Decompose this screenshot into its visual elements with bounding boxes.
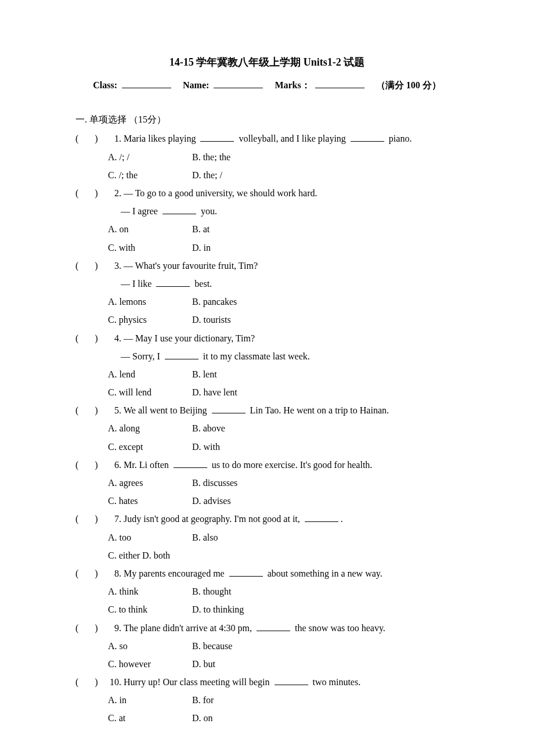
choice-b: B. also xyxy=(192,528,459,546)
blank[interactable] xyxy=(229,567,263,577)
answer-paren[interactable]: ( ) xyxy=(75,257,108,275)
choice-a: A. lemons xyxy=(108,293,192,311)
choice-d: D. but xyxy=(192,655,459,673)
blank[interactable] xyxy=(156,278,190,287)
answer-paren[interactable]: ( ) xyxy=(75,564,108,582)
class-blank[interactable] xyxy=(122,79,171,88)
choice-d: D. advises xyxy=(192,492,459,510)
choice-a: A. agrees xyxy=(108,474,192,492)
question-8: ( ) 8.My parents encouraged me about som… xyxy=(75,564,459,619)
question-text: 3.— What's your favourite fruit, Tim? xyxy=(108,257,459,275)
page-title: 14-15 学年冀教八年级上学期 Units1-2 试题 xyxy=(75,52,459,73)
choice-c: C. physics xyxy=(108,311,192,329)
question-text: 4.— May I use your dictionary, Tim? xyxy=(108,329,459,347)
question-text: 6.Mr. Li often us to do more exercise. I… xyxy=(108,456,459,474)
full-marks: （满分 100 分） xyxy=(376,80,441,90)
choice-d: D. the; / xyxy=(192,166,459,184)
answer-paren[interactable]: ( ) xyxy=(75,619,108,637)
choice-b: B. lent xyxy=(192,365,459,383)
question-text: 10.Hurry up! Our class meeting will begi… xyxy=(108,673,459,691)
question-text: 5.We all went to Beijing Lin Tao. He wen… xyxy=(108,401,459,419)
choice-a: A. in xyxy=(108,691,192,709)
marks-blank[interactable] xyxy=(315,79,365,88)
choice-a: A. lend xyxy=(108,365,192,383)
blank[interactable] xyxy=(305,513,338,522)
choice-d: D. in xyxy=(192,239,459,257)
choice-c: C. with xyxy=(108,239,192,257)
choice-a: A. along xyxy=(108,419,192,437)
choice-c: C. except xyxy=(108,438,192,456)
question-text: 2.— To go to a good university, we shoul… xyxy=(108,184,459,202)
choice-cd: C. either D. both xyxy=(108,546,459,564)
question-10: ( ) 10.Hurry up! Our class meeting will … xyxy=(75,673,459,728)
question-followup: — I like best. xyxy=(108,275,459,293)
answer-paren[interactable]: ( ) xyxy=(75,329,108,347)
info-line: Class: Name: Marks： （满分 100 分） xyxy=(75,76,459,94)
blank[interactable] xyxy=(174,459,207,468)
question-text: 7.Judy isn't good at geography. I'm not … xyxy=(108,510,459,528)
question-text: 9.The plane didn't arrive at 4:30 pm, th… xyxy=(108,619,459,637)
choice-b: B. the; the xyxy=(192,148,459,166)
answer-paren[interactable]: ( ) xyxy=(75,510,108,528)
question-followup: — Sorry, I it to my classmate last week. xyxy=(108,347,459,365)
choice-b: B. for xyxy=(192,691,459,709)
question-1: ( ) 1.Maria likes playing volleyball, an… xyxy=(75,129,459,184)
blank[interactable] xyxy=(275,676,308,685)
choice-d: D. tourists xyxy=(192,311,459,329)
choice-b: B. pancakes xyxy=(192,293,459,311)
choice-a: A. /; / xyxy=(108,148,192,166)
answer-paren[interactable]: ( ) xyxy=(75,673,108,691)
name-blank[interactable] xyxy=(214,79,263,88)
choice-c: C. however xyxy=(108,655,192,673)
question-4: ( ) 4.— May I use your dictionary, Tim? … xyxy=(75,329,459,402)
choice-a: A. on xyxy=(108,220,192,238)
question-2: ( ) 2.— To go to a good university, we s… xyxy=(75,184,459,257)
class-label: Class: xyxy=(93,80,117,90)
question-text: 1.Maria likes playing volleyball, and I … xyxy=(108,129,459,147)
choice-c: C. at xyxy=(108,709,192,727)
answer-paren[interactable]: ( ) xyxy=(75,456,108,474)
blank[interactable] xyxy=(351,132,384,142)
question-5: ( ) 5.We all went to Beijing Lin Tao. He… xyxy=(75,401,459,456)
choice-b: B. at xyxy=(192,220,459,238)
marks-label: Marks： xyxy=(275,80,310,90)
choice-c: C. will lend xyxy=(108,383,192,401)
blank[interactable] xyxy=(163,205,196,214)
choice-d: D. to thinking xyxy=(192,600,459,618)
blank[interactable] xyxy=(165,350,199,359)
answer-paren[interactable]: ( ) xyxy=(75,129,108,147)
choice-a: A. so xyxy=(108,637,192,655)
choice-a: A. too xyxy=(108,528,192,546)
choice-b: B. discusses xyxy=(192,474,459,492)
choice-a: A. think xyxy=(108,582,192,600)
question-followup: — I agree you. xyxy=(108,202,459,220)
blank[interactable] xyxy=(200,132,234,142)
choice-b: B. because xyxy=(192,637,459,655)
question-text: 8.My parents encouraged me about somethi… xyxy=(108,564,459,582)
choice-d: D. on xyxy=(192,709,459,727)
question-6: ( ) 6.Mr. Li often us to do more exercis… xyxy=(75,456,459,510)
question-3: ( ) 3.— What's your favourite fruit, Tim… xyxy=(75,257,459,329)
blank[interactable] xyxy=(212,404,246,413)
choice-c: C. to think xyxy=(108,600,192,618)
question-9: ( ) 9.The plane didn't arrive at 4:30 pm… xyxy=(75,619,459,674)
answer-paren[interactable]: ( ) xyxy=(75,184,108,202)
choice-b: B. above xyxy=(192,419,459,437)
section-header: 一. 单项选择 （15分） xyxy=(75,110,459,128)
choice-d: D. with xyxy=(192,438,459,456)
question-7: ( ) 7.Judy isn't good at geography. I'm … xyxy=(75,510,459,564)
name-label: Name: xyxy=(183,80,209,90)
blank[interactable] xyxy=(257,621,290,631)
answer-paren[interactable]: ( ) xyxy=(75,401,108,419)
choice-c: C. hates xyxy=(108,492,192,510)
choice-d: D. have lent xyxy=(192,383,459,401)
choice-c: C. /; the xyxy=(108,166,192,184)
choice-b: B. thought xyxy=(192,582,459,600)
